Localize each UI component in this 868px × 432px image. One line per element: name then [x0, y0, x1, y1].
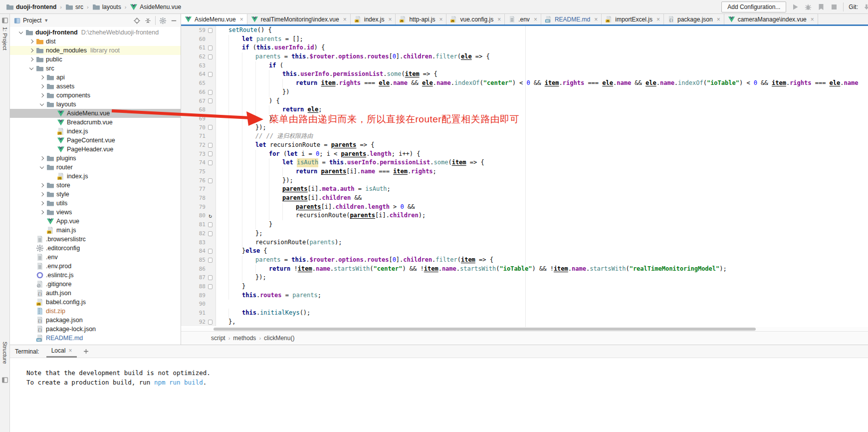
code-line[interactable]: 79parents[i].children.length > 0 && [181, 203, 868, 212]
code-line[interactable]: 65return item.rights === ele.name && ele… [181, 79, 868, 88]
tree-item-editorconfig[interactable]: .editorconfig [10, 244, 181, 253]
code-line[interactable]: 61if (this.userInfo.id) { [181, 43, 868, 52]
collapsed-arrow-icon[interactable] [28, 38, 35, 45]
code-line[interactable]: 73for (let i = 0; i < parents.length; i+… [181, 150, 868, 159]
new-terminal-session-icon[interactable] [83, 348, 89, 355]
code-line[interactable]: 80↻recursionRoute(parents[i].children); [181, 211, 868, 220]
tree-item-main-js[interactable]: JSmain.js [10, 226, 181, 235]
fold-marker[interactable] [208, 319, 213, 325]
tree-item-views[interactable]: views [10, 208, 181, 217]
code-editor[interactable]: 59setRoute() {60let parents = [];61if (t… [181, 26, 868, 327]
breadcrumb-item-layouts[interactable]: layouts [91, 2, 122, 11]
expanded-arrow-icon[interactable] [39, 164, 45, 171]
tab-asidemenu-vue[interactable]: AsideMenu.vue× [181, 14, 247, 24]
fold-marker[interactable] [208, 27, 213, 33]
tab-vue-config-js[interactable]: JSvue.config.js× [446, 14, 505, 24]
tree-item-dist-zip[interactable]: dist.zip [10, 307, 181, 316]
tree-item-asidemenu-vue[interactable]: AsideMenu.vue [10, 109, 181, 118]
fold-marker[interactable] [208, 72, 213, 77]
tree-item-index-js[interactable]: JSindex.js [10, 172, 181, 181]
code-line[interactable]: 86return !item.name.startsWith("center")… [181, 265, 868, 274]
code-line[interactable]: 72let recursionRoute = parents => { [181, 141, 868, 150]
favorites-icon[interactable] [1, 377, 8, 384]
collapsed-arrow-icon[interactable] [39, 92, 45, 99]
gear-icon[interactable] [159, 17, 167, 24]
coverage-icon[interactable] [817, 3, 825, 11]
code-line[interactable]: 82}; [181, 229, 868, 238]
expanded-arrow-icon[interactable] [39, 101, 45, 108]
code-line[interactable]: 62parents = this.$router.options.routes[… [181, 52, 868, 61]
tab-close-icon[interactable]: × [388, 16, 392, 22]
tab-package-json[interactable]: {)package.json× [664, 14, 724, 24]
code-line[interactable]: 87}); [181, 273, 868, 282]
tab-close-icon[interactable]: × [811, 16, 814, 22]
tab-close-icon[interactable]: × [717, 16, 720, 22]
collapse-all-icon[interactable] [144, 17, 152, 24]
debug-icon[interactable] [804, 3, 812, 11]
collapsed-arrow-icon[interactable] [39, 83, 45, 90]
editor-breadcrumb-clickmenu[interactable]: clickMenu() [264, 335, 294, 342]
fold-marker[interactable] [208, 257, 213, 263]
tree-item-env[interactable]: .env [10, 253, 181, 262]
close-icon[interactable]: × [68, 347, 72, 354]
collapsed-arrow-icon[interactable] [28, 56, 35, 63]
tree-item-components[interactable]: components [10, 91, 181, 100]
collapsed-arrow-icon[interactable] [39, 209, 45, 216]
tab-close-icon[interactable]: × [594, 16, 598, 22]
tool-strip-structure-label[interactable]: Structure [2, 342, 8, 364]
expanded-arrow-icon[interactable] [18, 29, 24, 36]
tree-item-public[interactable]: public [10, 55, 181, 64]
tree-item-app-vue[interactable]: App.vue [10, 217, 181, 226]
tree-item-src[interactable]: src [10, 64, 181, 73]
expanded-arrow-icon[interactable] [28, 65, 35, 72]
tab-close-icon[interactable]: × [343, 16, 347, 22]
tree-item-utils[interactable]: utils [10, 199, 181, 208]
tree-item-dist[interactable]: dist [10, 37, 181, 46]
run-icon[interactable] [791, 3, 799, 11]
fold-marker[interactable] [208, 275, 213, 281]
code-line[interactable]: 91this.initialKeys(); [181, 309, 868, 318]
tree-item-duoji-frontend[interactable]: duoji-frontendD:\zheheWeb\duoji-frontend [10, 28, 181, 37]
tab-importexcel-js[interactable]: JSimportExcel.js× [602, 14, 664, 24]
tree-item-breadcrumb-vue[interactable]: Breadcrumb.vue [10, 118, 181, 127]
code-line[interactable]: 77parents[i].meta.auth = isAuth; [181, 185, 868, 194]
collapsed-arrow-icon[interactable] [28, 47, 35, 54]
collapsed-arrow-icon[interactable] [39, 200, 45, 207]
fold-marker[interactable] [208, 222, 213, 227]
tree-item-pagecontent-vue[interactable]: PageContent.vue [10, 136, 181, 145]
code-line[interactable]: 88} [181, 282, 868, 291]
code-line[interactable]: 70}); [181, 123, 868, 132]
project-tool-window-icon[interactable] [1, 17, 8, 24]
terminal-output[interactable]: Note that the development build is not o… [10, 358, 868, 432]
tab-close-icon[interactable]: × [534, 16, 537, 22]
code-line[interactable]: 75return parents[i].name === item.rights… [181, 167, 868, 176]
tab-cameramanage-index-vue[interactable]: cameraManage\index.vue× [724, 14, 818, 24]
fold-marker[interactable] [208, 231, 213, 236]
fold-marker[interactable] [208, 89, 213, 95]
add-configuration-button[interactable]: Add Configuration... [721, 1, 786, 12]
code-line[interactable]: 64this.userInfo.permissionList.some(item… [181, 70, 868, 79]
tree-item-eslintrc-js[interactable]: .eslintrc.js [10, 271, 181, 280]
editor-breadcrumb-methods[interactable]: methods [233, 335, 256, 342]
collapsed-arrow-icon[interactable] [39, 191, 45, 198]
collapsed-arrow-icon[interactable] [39, 182, 45, 189]
tab-http-api-js[interactable]: JShttp-api.js× [396, 14, 446, 24]
tree-item-layouts[interactable]: layouts [10, 100, 181, 109]
tree-item-browserslistrc[interactable]: .browserslistrc [10, 235, 181, 244]
code-line[interactable]: 76}); [181, 176, 868, 185]
code-line[interactable]: 69} [181, 114, 868, 123]
code-line[interactable]: 78parents[i].children && [181, 194, 868, 203]
tab-close-icon[interactable]: × [656, 16, 660, 22]
horizontal-scrollbar-thumb[interactable] [214, 328, 756, 331]
editor-breadcrumb-script[interactable]: script [211, 335, 225, 342]
code-line[interactable]: 84}else { [181, 247, 868, 256]
fold-marker[interactable] [208, 178, 213, 183]
tab-readme-md[interactable]: MDREADME.md× [541, 14, 602, 24]
hide-panel-icon[interactable] [170, 17, 178, 24]
tree-item-node-modules[interactable]: node_moduleslibrary root [10, 46, 181, 55]
code-line[interactable]: 92}, [181, 318, 868, 327]
tree-item-package-json[interactable]: {)package.json [10, 316, 181, 325]
collapsed-arrow-icon[interactable] [39, 74, 45, 81]
fold-marker[interactable] [208, 160, 213, 166]
terminal-tab-local[interactable]: Local × [46, 345, 77, 358]
